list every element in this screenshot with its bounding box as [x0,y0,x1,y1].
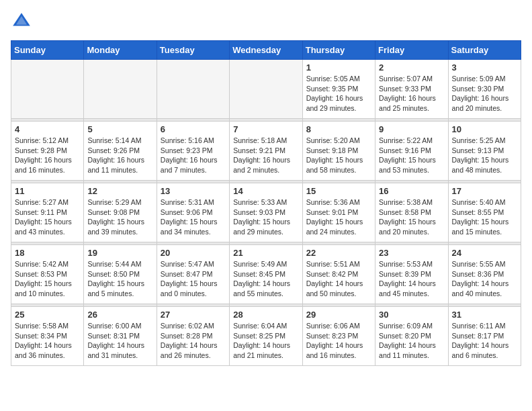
day-info: Sunrise: 6:09 AM Sunset: 8:20 PM Dayligh… [379,321,444,361]
day-number: 22 [306,248,371,258]
day-info: Sunrise: 5:33 AM Sunset: 9:03 PM Dayligh… [233,197,298,237]
day-info: Sunrise: 6:02 AM Sunset: 8:28 PM Dayligh… [161,321,226,361]
day-number: 26 [87,310,152,320]
calendar-cell [11,60,84,119]
day-number: 13 [161,186,226,196]
day-info: Sunrise: 5:22 AM Sunset: 9:16 PM Dayligh… [379,136,444,175]
day-number: 10 [452,124,517,134]
calendar-cell [230,60,302,119]
calendar-cell: 28Sunrise: 6:04 AM Sunset: 8:25 PM Dayli… [230,307,302,366]
calendar-cell: 3Sunrise: 5:09 AM Sunset: 9:30 PM Daylig… [448,60,521,119]
calendar-cell: 21Sunrise: 5:49 AM Sunset: 8:45 PM Dayli… [230,245,302,304]
calendar-cell: 1Sunrise: 5:05 AM Sunset: 9:35 PM Daylig… [302,60,375,119]
day-number: 11 [15,186,80,196]
calendar-week-row: 4Sunrise: 5:12 AM Sunset: 9:28 PM Daylig… [11,122,521,181]
day-number: 8 [306,124,371,134]
calendar-header-row: SundayMondayTuesdayWednesdayThursdayFrid… [11,41,521,60]
calendar-cell: 29Sunrise: 6:06 AM Sunset: 8:23 PM Dayli… [302,307,375,366]
day-number: 14 [233,186,298,196]
calendar-cell: 24Sunrise: 5:55 AM Sunset: 8:36 PM Dayli… [448,245,521,304]
day-info: Sunrise: 6:04 AM Sunset: 8:25 PM Dayligh… [233,321,298,361]
day-info: Sunrise: 5:31 AM Sunset: 9:06 PM Dayligh… [161,197,226,237]
day-info: Sunrise: 5:07 AM Sunset: 9:33 PM Dayligh… [379,74,444,113]
day-number: 27 [161,310,226,320]
day-number: 21 [233,248,298,258]
day-info: Sunrise: 5:58 AM Sunset: 8:34 PM Dayligh… [15,321,80,361]
calendar-cell: 7Sunrise: 5:18 AM Sunset: 9:21 PM Daylig… [230,122,302,181]
calendar-week-row: 11Sunrise: 5:27 AM Sunset: 9:11 PM Dayli… [11,183,521,242]
day-info: Sunrise: 5:44 AM Sunset: 8:50 PM Dayligh… [87,259,152,299]
day-number: 18 [15,248,80,258]
calendar-cell: 13Sunrise: 5:31 AM Sunset: 9:06 PM Dayli… [157,183,229,242]
day-info: Sunrise: 5:27 AM Sunset: 9:11 PM Dayligh… [15,197,80,237]
day-info: Sunrise: 5:12 AM Sunset: 9:28 PM Dayligh… [15,136,80,175]
day-number: 16 [379,186,444,196]
day-number: 19 [87,248,152,258]
logo-icon [11,11,32,32]
weekday-header-saturday: Saturday [448,41,521,60]
day-info: Sunrise: 5:09 AM Sunset: 9:30 PM Dayligh… [452,74,517,113]
day-info: Sunrise: 6:11 AM Sunset: 8:17 PM Dayligh… [452,321,517,361]
day-number: 12 [87,186,152,196]
day-info: Sunrise: 5:36 AM Sunset: 9:01 PM Dayligh… [306,197,371,237]
day-number: 20 [161,248,226,258]
calendar-cell: 22Sunrise: 5:51 AM Sunset: 8:42 PM Dayli… [302,245,375,304]
calendar-cell: 30Sunrise: 6:09 AM Sunset: 8:20 PM Dayli… [375,307,448,366]
day-number: 17 [452,186,517,196]
day-info: Sunrise: 5:14 AM Sunset: 9:26 PM Dayligh… [87,136,152,175]
day-info: Sunrise: 5:38 AM Sunset: 8:58 PM Dayligh… [379,197,444,237]
day-info: Sunrise: 5:47 AM Sunset: 8:47 PM Dayligh… [161,259,226,299]
day-info: Sunrise: 5:25 AM Sunset: 9:13 PM Dayligh… [452,136,517,175]
calendar-cell: 26Sunrise: 6:00 AM Sunset: 8:31 PM Dayli… [84,307,157,366]
weekday-header-wednesday: Wednesday [230,41,302,60]
day-number: 24 [452,248,517,258]
calendar-cell: 5Sunrise: 5:14 AM Sunset: 9:26 PM Daylig… [84,122,157,181]
day-info: Sunrise: 5:53 AM Sunset: 8:39 PM Dayligh… [379,259,444,299]
day-number: 23 [379,248,444,258]
calendar-cell: 19Sunrise: 5:44 AM Sunset: 8:50 PM Dayli… [84,245,157,304]
calendar-table: SundayMondayTuesdayWednesdayThursdayFrid… [11,40,521,366]
day-info: Sunrise: 5:51 AM Sunset: 8:42 PM Dayligh… [306,259,371,299]
day-info: Sunrise: 5:55 AM Sunset: 8:36 PM Dayligh… [452,259,517,299]
day-number: 2 [379,62,444,73]
weekday-header-monday: Monday [84,41,157,60]
calendar-week-row: 1Sunrise: 5:05 AM Sunset: 9:35 PM Daylig… [11,60,521,119]
day-info: Sunrise: 5:49 AM Sunset: 8:45 PM Dayligh… [233,259,298,299]
day-number: 31 [452,310,517,320]
day-number: 5 [87,124,152,134]
calendar-week-row: 25Sunrise: 5:58 AM Sunset: 8:34 PM Dayli… [11,307,521,366]
day-number: 9 [379,124,444,134]
calendar-cell: 25Sunrise: 5:58 AM Sunset: 8:34 PM Dayli… [11,307,84,366]
day-number: 6 [161,124,226,134]
calendar-cell: 16Sunrise: 5:38 AM Sunset: 8:58 PM Dayli… [375,183,448,242]
day-info: Sunrise: 5:18 AM Sunset: 9:21 PM Dayligh… [233,136,298,175]
day-number: 30 [379,310,444,320]
day-number: 4 [15,124,80,134]
weekday-header-friday: Friday [375,41,448,60]
day-number: 15 [306,186,371,196]
calendar-cell: 12Sunrise: 5:29 AM Sunset: 9:08 PM Dayli… [84,183,157,242]
calendar-cell: 10Sunrise: 5:25 AM Sunset: 9:13 PM Dayli… [448,122,521,181]
calendar-cell: 9Sunrise: 5:22 AM Sunset: 9:16 PM Daylig… [375,122,448,181]
day-number: 7 [233,124,298,134]
day-number: 25 [15,310,80,320]
calendar-cell: 17Sunrise: 5:40 AM Sunset: 8:55 PM Dayli… [448,183,521,242]
calendar-cell: 18Sunrise: 5:42 AM Sunset: 8:53 PM Dayli… [11,245,84,304]
calendar-cell: 31Sunrise: 6:11 AM Sunset: 8:17 PM Dayli… [448,307,521,366]
weekday-header-thursday: Thursday [302,41,375,60]
day-info: Sunrise: 5:20 AM Sunset: 9:18 PM Dayligh… [306,136,371,175]
weekday-header-sunday: Sunday [11,41,84,60]
page-header [11,11,521,32]
logo [11,11,35,32]
day-info: Sunrise: 5:29 AM Sunset: 9:08 PM Dayligh… [87,197,152,237]
calendar-cell: 11Sunrise: 5:27 AM Sunset: 9:11 PM Dayli… [11,183,84,242]
day-info: Sunrise: 6:00 AM Sunset: 8:31 PM Dayligh… [87,321,152,361]
day-info: Sunrise: 5:05 AM Sunset: 9:35 PM Dayligh… [306,74,371,113]
calendar-cell [84,60,157,119]
day-info: Sunrise: 5:42 AM Sunset: 8:53 PM Dayligh… [15,259,80,299]
calendar-cell: 6Sunrise: 5:16 AM Sunset: 9:23 PM Daylig… [157,122,229,181]
calendar-cell: 15Sunrise: 5:36 AM Sunset: 9:01 PM Dayli… [302,183,375,242]
day-info: Sunrise: 6:06 AM Sunset: 8:23 PM Dayligh… [306,321,371,361]
day-info: Sunrise: 5:40 AM Sunset: 8:55 PM Dayligh… [452,197,517,237]
weekday-header-tuesday: Tuesday [157,41,229,60]
